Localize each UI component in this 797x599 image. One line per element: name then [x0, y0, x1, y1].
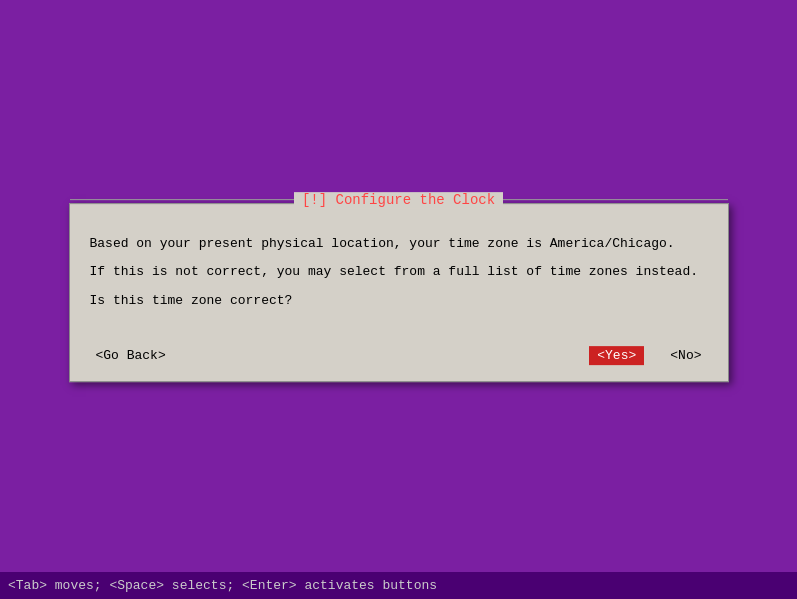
body-line1: Based on your present physical location,… [90, 234, 708, 255]
dialog-box: [!] Configure the Clock Based on your pr… [69, 203, 729, 382]
status-bar: <Tab> moves; <Space> selects; <Enter> ac… [0, 572, 797, 599]
dialog-title: [!] Configure the Clock [294, 192, 503, 208]
dialog-container: [!] Configure the Clock Based on your pr… [69, 203, 729, 382]
title-line-left [70, 199, 294, 200]
dialog-title-bar: [!] Configure the Clock [70, 192, 728, 208]
no-button[interactable]: <No> [664, 346, 707, 365]
dialog-content: Based on your present physical location,… [86, 224, 712, 330]
dialog-buttons: <Go Back> <Yes> <No> [86, 346, 712, 365]
body-line2: If this is not correct, you may select f… [90, 262, 708, 283]
title-line-right [503, 199, 727, 200]
status-bar-text: <Tab> moves; <Space> selects; <Enter> ac… [8, 578, 437, 593]
body-line3: Is this time zone correct? [90, 291, 708, 312]
go-back-button[interactable]: <Go Back> [90, 346, 172, 365]
yes-button[interactable]: <Yes> [589, 346, 644, 365]
right-button-group: <Yes> <No> [589, 346, 707, 365]
